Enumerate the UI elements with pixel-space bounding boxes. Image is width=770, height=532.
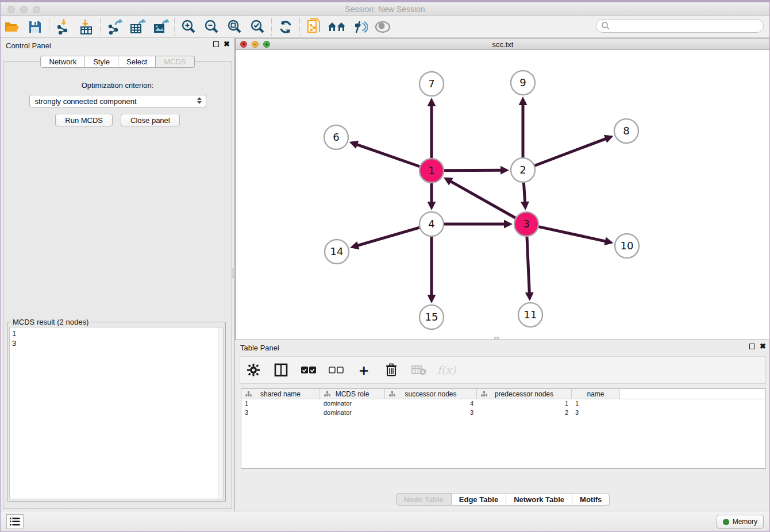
window-title: Session: New Session — [1, 5, 769, 14]
column-selector-icon[interactable] — [274, 363, 288, 377]
result-scrollbar[interactable] — [218, 327, 223, 499]
close-panel-icon[interactable]: ✖ — [760, 344, 766, 349]
shared-column-icon — [481, 391, 487, 397]
open-session-icon[interactable] — [1, 17, 24, 37]
graph-edge-3-10[interactable] — [538, 227, 607, 242]
column-header-shared-name[interactable]: shared name — [241, 389, 320, 399]
show-eye-icon[interactable] — [371, 17, 394, 37]
tab-motifs[interactable]: Motifs — [572, 493, 610, 506]
column-header-predecessor-nodes[interactable]: predecessor nodes — [477, 389, 572, 399]
tab-network[interactable]: Network — [40, 56, 85, 68]
graph-edge-3-11[interactable] — [527, 237, 529, 295]
graph-edge-2-3[interactable] — [523, 183, 525, 204]
column-header-name[interactable]: name — [572, 389, 620, 399]
cell-predecessor-nodes[interactable]: 1 — [477, 399, 572, 408]
save-session-icon[interactable] — [24, 17, 47, 37]
gear-icon[interactable] — [246, 363, 261, 377]
memory-button[interactable]: Memory — [717, 515, 764, 529]
deselect-all-checkboxes-icon[interactable] — [329, 363, 344, 377]
run-mcds-button[interactable]: Run MCDS — [55, 114, 113, 126]
tab-mcds[interactable]: MCDS — [156, 56, 194, 68]
graph-node-label-15: 15 — [425, 311, 438, 323]
cell-mcds-role[interactable]: dominator — [320, 408, 385, 418]
close-panel-button[interactable]: Close panel — [121, 114, 180, 126]
cell-predecessor-nodes[interactable]: 2 — [477, 408, 572, 418]
memory-status-icon — [723, 519, 729, 525]
graph-edge-arrowhead — [428, 202, 436, 210]
import-table-icon[interactable] — [75, 17, 98, 37]
zoom-in-icon[interactable] — [177, 17, 200, 37]
float-panel-icon[interactable] — [213, 41, 219, 47]
control-panel-title: Control Panel — [6, 41, 51, 50]
cell-name[interactable]: 1 — [572, 399, 620, 408]
graph-node-label-11: 11 — [524, 309, 537, 321]
hide-style-icon[interactable] — [348, 17, 371, 37]
zoom-out-icon[interactable] — [200, 17, 223, 37]
tab-style[interactable]: Style — [85, 56, 118, 68]
graph-edge-2-8[interactable] — [535, 138, 608, 165]
graph-node-label-3: 3 — [523, 218, 529, 230]
fx-label: f(x) — [437, 364, 456, 376]
network-window-titlebar: ✕ − ＋ scc.txt — [236, 38, 770, 50]
column-header-successor-nodes[interactable]: successor nodes — [385, 389, 477, 399]
shared-column-icon — [389, 391, 395, 397]
cell-shared-name[interactable]: 3 — [241, 408, 320, 418]
select-all-checkboxes-icon[interactable] — [301, 363, 316, 377]
graph-edge-arrowhead — [350, 241, 359, 249]
main-toolbar — [1, 16, 769, 38]
cell-name[interactable]: 3 — [572, 408, 620, 418]
toolbar-separator — [174, 18, 175, 36]
graph-edge-3-1[interactable] — [449, 180, 515, 218]
add-column-icon[interactable]: ＋ — [356, 363, 371, 377]
graph-edge-arrowhead — [519, 97, 528, 105]
control-panel: Control Panel ✖ Network Style Select MCD… — [1, 38, 235, 511]
close-panel-icon[interactable]: ✖ — [224, 41, 230, 47]
zoom-selected-icon[interactable] — [246, 17, 269, 37]
table-header-row: shared name MCDS role successor nodes pr… — [241, 389, 765, 399]
float-panel-icon[interactable] — [749, 344, 755, 349]
delete-column-icon[interactable] — [384, 363, 399, 377]
result-line: 1 — [12, 329, 221, 338]
tab-edge-table[interactable]: Edge Table — [452, 493, 506, 506]
export-network-icon[interactable] — [103, 17, 126, 37]
clone-network-icon[interactable] — [302, 17, 325, 37]
graph-node-label-6: 6 — [333, 131, 339, 143]
control-panel-tabs: Network Style Select MCDS — [1, 56, 234, 68]
graph-edge-4-14[interactable] — [356, 228, 419, 246]
refresh-icon[interactable] — [274, 17, 297, 37]
list-icon — [10, 518, 20, 526]
graph-node-label-1: 1 — [428, 164, 434, 176]
network-canvas[interactable]: 1234678910111415 — [236, 50, 770, 340]
cell-shared-name[interactable]: 1 — [241, 399, 320, 408]
network-window-title: scc.txt — [236, 40, 770, 49]
tab-select[interactable]: Select — [118, 56, 156, 68]
function-builder-icon: f(x) — [439, 363, 454, 377]
export-image-icon[interactable] — [149, 17, 172, 37]
panel-splitter-vertical[interactable] — [232, 268, 235, 278]
table-row[interactable]: 3 dominator 3 2 3 — [241, 408, 765, 418]
table-toolbar: ＋ f(x) — [240, 356, 766, 384]
tab-network-table[interactable]: Network Table — [506, 493, 572, 506]
cell-mcds-role[interactable]: dominator — [320, 399, 385, 408]
column-header-mcds-role[interactable]: MCDS role — [320, 389, 385, 399]
graph-edge-1-2[interactable] — [444, 170, 503, 171]
zoom-fit-icon[interactable] — [223, 17, 246, 37]
cell-successor-nodes[interactable]: 3 — [385, 408, 477, 418]
import-network-icon[interactable] — [52, 17, 75, 37]
export-table-icon[interactable] — [126, 17, 149, 37]
task-history-button[interactable] — [6, 514, 24, 529]
graph-node-label-8: 8 — [623, 125, 629, 137]
table-row[interactable]: 1 dominator 4 1 1 — [241, 399, 765, 408]
toolbar-separator — [271, 18, 272, 36]
network-graph[interactable]: 1234678910111415 — [236, 50, 770, 340]
graph-edge-1-6[interactable] — [355, 144, 419, 167]
search-input[interactable] — [596, 19, 764, 33]
node-table[interactable]: shared name MCDS role successor nodes pr… — [241, 388, 766, 469]
tab-node-table[interactable]: Node Table — [396, 493, 452, 506]
optimization-criterion-select[interactable]: strongly connected component — [29, 95, 206, 107]
graph-edge-arrowhead — [349, 141, 359, 149]
cell-successor-nodes[interactable]: 4 — [385, 399, 477, 408]
first-neighbors-icon[interactable] — [325, 17, 348, 37]
mcds-result-textarea[interactable]: 1 3 — [9, 327, 224, 499]
graph-edge-arrowhead — [525, 292, 534, 301]
